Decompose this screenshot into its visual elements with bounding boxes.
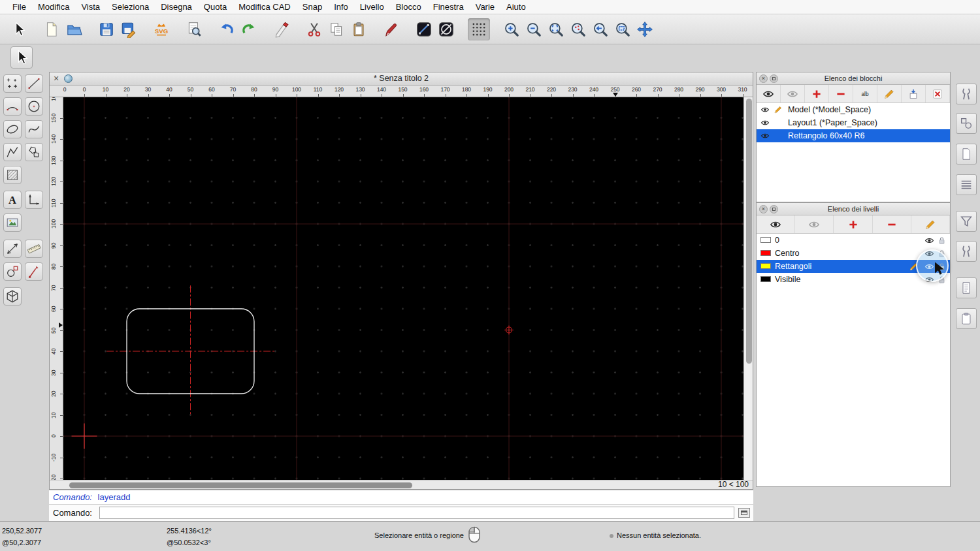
dock-toggle-1[interactable]	[956, 84, 977, 104]
vertical-scrollbar[interactable]	[743, 97, 753, 480]
open-file-button[interactable]	[63, 18, 85, 40]
cut-button[interactable]	[303, 18, 325, 40]
polygon-tool[interactable]	[25, 143, 43, 161]
edit-block-button[interactable]	[877, 85, 902, 102]
svg-export-button[interactable]: SVG	[150, 18, 172, 40]
delete-block-button[interactable]	[926, 85, 950, 102]
block-list-item[interactable]: Layout1 (*Paper_Space)	[757, 116, 950, 129]
vertical-scrollbar-thumb[interactable]	[746, 99, 752, 364]
dock-toggle-2[interactable]	[956, 113, 977, 134]
save-as-button[interactable]	[118, 18, 140, 40]
menu-modifica[interactable]: Modifica	[32, 2, 75, 12]
ellipse-tool[interactable]	[3, 120, 22, 138]
text-tool[interactable]: A	[3, 191, 22, 209]
line-attributes-button[interactable]	[413, 18, 435, 40]
measure-tool[interactable]	[3, 240, 22, 258]
command-options-button[interactable]	[738, 508, 750, 518]
menu-modifica-cad[interactable]: Modifica CAD	[233, 2, 296, 12]
ellipse-attributes-button[interactable]	[435, 18, 457, 40]
dock-toggle-6[interactable]	[956, 241, 977, 262]
modify-tool[interactable]	[3, 262, 22, 281]
menu-blocco[interactable]: Blocco	[390, 2, 427, 12]
block-list-item[interactable]: Model (*Model_Space)	[757, 103, 950, 116]
circle-tool[interactable]	[25, 97, 43, 116]
polyline-tool[interactable]	[3, 143, 22, 161]
block-panel-float-icon[interactable]	[770, 74, 778, 83]
menu-finestra[interactable]: Finestra	[427, 2, 470, 12]
zoom-window-button[interactable]	[612, 18, 634, 40]
ruler-tool[interactable]	[25, 240, 43, 258]
menu-aiuto[interactable]: Aiuto	[500, 2, 532, 12]
menu-varie[interactable]: Varie	[470, 2, 500, 12]
hide-all-blocks-button[interactable]	[781, 85, 805, 102]
zoom-redraw-button[interactable]	[567, 18, 589, 40]
grid-toggle-button[interactable]	[468, 18, 490, 40]
dock-toggle-8[interactable]	[956, 308, 977, 329]
block-pencil-icon[interactable]	[774, 105, 783, 114]
menu-livello[interactable]: Livello	[354, 2, 390, 12]
new-document-button[interactable]	[41, 18, 63, 40]
menu-file[interactable]: File	[7, 2, 32, 12]
dock-toggle-5[interactable]	[956, 211, 977, 232]
layer-list-item[interactable]: 0	[757, 234, 950, 247]
dock-toggle-3[interactable]	[956, 144, 977, 165]
command-input[interactable]	[99, 507, 734, 519]
snap-tool[interactable]	[25, 262, 43, 281]
add-layer-button[interactable]	[834, 215, 872, 233]
arc-tool[interactable]	[3, 97, 22, 116]
menu-snap[interactable]: Snap	[297, 2, 328, 12]
dock-toggle-4[interactable]	[956, 174, 977, 195]
horizontal-scrollbar-thumb[interactable]	[69, 482, 412, 488]
image-tool[interactable]	[3, 213, 22, 232]
block-list-item[interactable]: Rettangolo 60x40 R6	[757, 129, 950, 142]
window-close-icon[interactable]: ×	[54, 72, 59, 85]
layer-panel-float-icon[interactable]	[770, 205, 778, 213]
line-tool[interactable]	[25, 74, 43, 93]
solid-tool[interactable]	[3, 287, 22, 306]
insert-block-button[interactable]	[902, 85, 926, 102]
zoom-in-button[interactable]	[500, 18, 523, 40]
points-tool[interactable]	[3, 74, 22, 93]
layer-visibility-icon[interactable]	[924, 236, 934, 245]
show-all-blocks-button[interactable]	[757, 85, 781, 102]
layer-lock-icon[interactable]	[937, 236, 947, 245]
show-all-layers-button[interactable]	[757, 215, 795, 233]
selection-tool-button[interactable]	[8, 18, 30, 40]
menu-disegna[interactable]: Disegna	[155, 2, 198, 12]
menu-quota[interactable]: Quota	[198, 2, 233, 12]
menu-vista[interactable]: Vista	[75, 2, 106, 12]
selection-tool-button-2[interactable]	[10, 46, 33, 69]
add-block-button[interactable]	[805, 85, 829, 102]
rename-block-button[interactable]: alb	[853, 85, 877, 102]
undo-button[interactable]	[216, 18, 238, 40]
block-eye-icon[interactable]	[760, 105, 770, 114]
dock-toggle-7[interactable]	[956, 277, 977, 298]
pen-attributes-button[interactable]	[380, 18, 402, 40]
block-eye-icon[interactable]	[760, 118, 770, 127]
layer-panel-close-icon[interactable]: ×	[759, 205, 768, 213]
zoom-previous-button[interactable]	[589, 18, 612, 40]
menu-info[interactable]: Info	[328, 2, 354, 12]
save-button[interactable]	[95, 18, 118, 40]
redo-button[interactable]	[238, 18, 260, 40]
dimension-tool[interactable]	[25, 191, 43, 209]
paste-button[interactable]	[348, 18, 370, 40]
delete-button[interactable]	[270, 18, 293, 40]
edit-layer-button[interactable]	[911, 215, 950, 233]
spline-tool[interactable]	[25, 120, 43, 138]
copy-button[interactable]	[325, 18, 348, 40]
menu-seleziona[interactable]: Seleziona	[106, 2, 155, 12]
remove-layer-button[interactable]	[873, 215, 911, 233]
drawing-canvas[interactable]	[63, 97, 743, 480]
print-preview-button[interactable]	[183, 18, 205, 40]
zoom-auto-button[interactable]	[545, 18, 567, 40]
pan-button[interactable]	[634, 18, 656, 40]
block-panel-close-icon[interactable]: ×	[759, 74, 768, 83]
hide-all-layers-button[interactable]	[795, 215, 834, 233]
hatch-tool[interactable]	[3, 166, 22, 184]
zoom-out-button[interactable]	[523, 18, 545, 40]
remove-block-button[interactable]	[829, 85, 853, 102]
document-icon[interactable]	[64, 74, 73, 83]
horizontal-scrollbar[interactable]	[63, 480, 711, 489]
block-eye-icon[interactable]	[760, 131, 770, 140]
